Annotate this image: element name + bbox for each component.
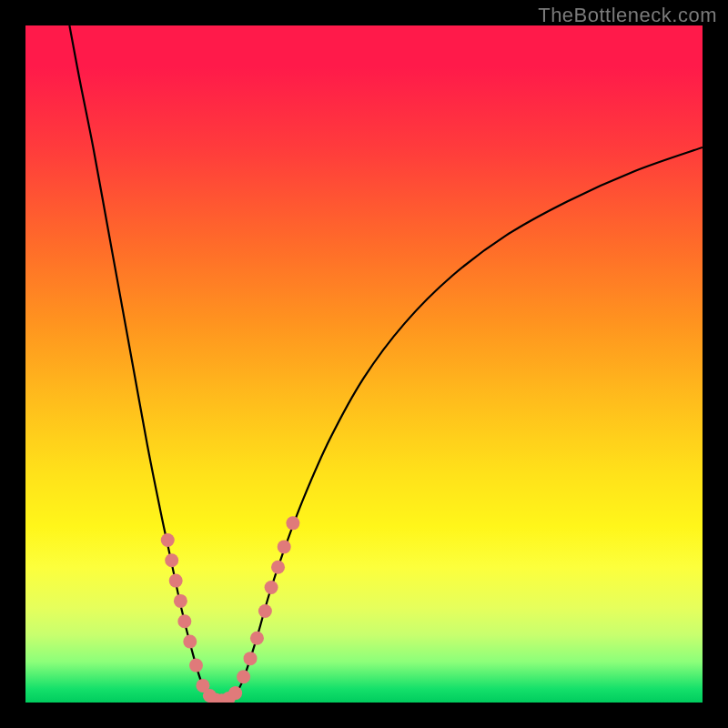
chart-frame: TheBottleneck.com <box>0 0 728 728</box>
data-dot <box>265 581 278 594</box>
data-dot <box>189 659 203 672</box>
curve-layer <box>25 25 703 703</box>
data-dot <box>183 635 197 649</box>
data-dot <box>278 540 291 553</box>
data-dot <box>174 594 187 608</box>
data-dot <box>161 533 175 547</box>
data-dot <box>286 516 299 530</box>
data-dot <box>228 686 242 700</box>
data-dot <box>244 652 258 665</box>
data-dot <box>271 561 285 574</box>
v-curve <box>69 25 703 702</box>
data-dot <box>177 614 191 628</box>
data-dot <box>169 574 183 588</box>
data-dot <box>250 632 264 645</box>
data-dot <box>165 553 178 567</box>
data-dot <box>258 604 272 618</box>
data-dot <box>237 670 250 683</box>
plot-area <box>25 25 703 703</box>
watermark-text: TheBottleneck.com <box>538 4 717 27</box>
